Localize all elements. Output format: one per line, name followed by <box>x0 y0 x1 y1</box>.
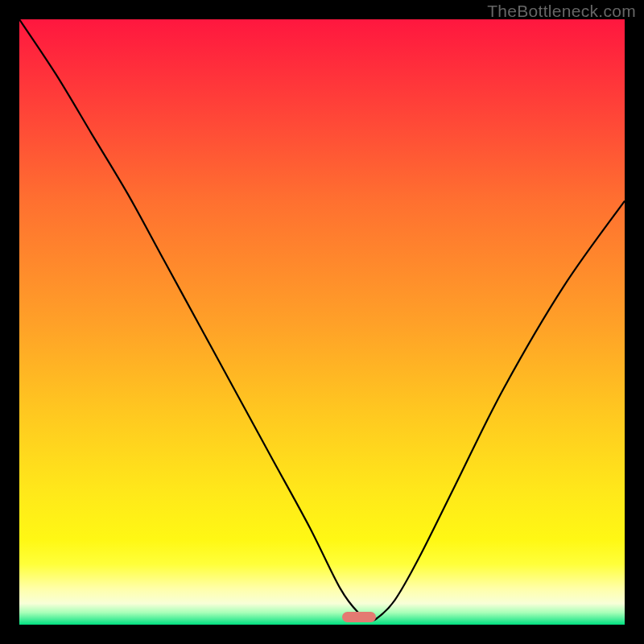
chart-frame: TheBottleneck.com <box>0 0 644 644</box>
plot-area <box>19 19 625 625</box>
optimum-marker <box>342 612 376 622</box>
bottleneck-curve <box>19 19 625 625</box>
watermark-text: TheBottleneck.com <box>487 2 636 21</box>
